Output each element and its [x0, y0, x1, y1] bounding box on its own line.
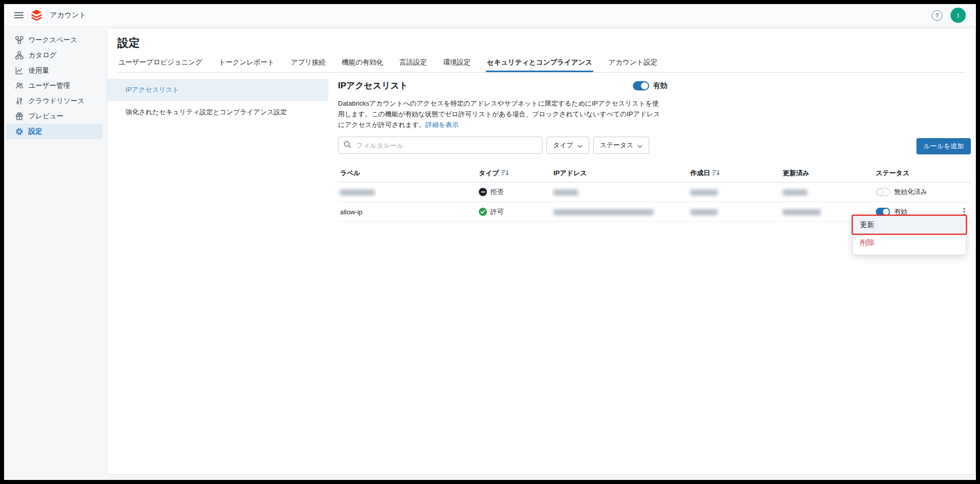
tab-security-and-compliance[interactable]: セキュリティとコンプライアンス [486, 58, 593, 72]
help-icon[interactable]: ? [932, 10, 942, 21]
ip-rules-table: ラベル タイプ IPアドレス 作成日 更新済み ステータス [338, 165, 971, 222]
panel-description: Databricksアカウントへのアクセスを特定のアドレスやサブネットに限定する… [338, 98, 663, 130]
sidebar-item-label: ワークスペース [28, 36, 77, 45]
table-row-deny-rule: ██████████ 拒否 ███████ ████████ ███████ 無… [338, 182, 971, 202]
tab-language-settings[interactable]: 言語設定 [399, 58, 428, 72]
header-updated[interactable]: 更新済み [783, 169, 876, 178]
table-header-row: ラベル タイプ IPアドレス 作成日 更新済み ステータス [338, 165, 971, 182]
redacted-updated-cell: ███████ [783, 189, 807, 196]
sidebar-item-label: カタログ [28, 51, 56, 60]
deny-icon [479, 188, 487, 196]
enabled-toggle-label: 有効 [653, 81, 667, 90]
type-value: 拒否 [491, 187, 504, 197]
filter-search-box[interactable] [338, 137, 542, 154]
user-avatar[interactable]: I [951, 8, 966, 23]
cloud-resources-icon [15, 97, 23, 105]
gift-icon [15, 112, 23, 120]
menu-item-update[interactable]: 更新 [853, 216, 966, 234]
nav-item-ip-access-list[interactable]: IPアクセスリスト [107, 79, 328, 101]
tab-token-report[interactable]: トークンレポート [218, 58, 275, 72]
sidebar-item-catalog[interactable]: カタログ [6, 48, 103, 63]
tab-feature-enablement[interactable]: 機能の有効化 [341, 58, 384, 72]
sidebar-item-usage[interactable]: 使用量 [6, 63, 103, 78]
screenshot-frame: アカウント ? I ワークスペース カタログ [0, 0, 980, 484]
sidebar-item-settings[interactable]: 設定 [6, 124, 103, 139]
page-title: 設定 [117, 36, 965, 51]
redacted-ip-cell: █████████████████████████████ [554, 209, 654, 215]
status-label: 無効化済み [894, 187, 927, 197]
ip-access-list-enabled-toggle[interactable] [633, 81, 649, 90]
sort-icon [713, 170, 720, 177]
rule-status-toggle[interactable] [876, 208, 890, 216]
type-value: 許可 [491, 207, 504, 216]
ip-access-list-panel: IPアクセスリスト 有効 Databricksアカウントへのアクセスを特定のアド… [328, 73, 976, 466]
usage-chart-icon [15, 67, 23, 75]
app-window: アカウント ? I ワークスペース カタログ [4, 4, 976, 480]
sidebar-item-label: ユーザー管理 [28, 81, 70, 90]
hamburger-menu-icon[interactable] [14, 12, 23, 19]
sidebar: ワークスペース カタログ 使用量 ユーザー管理 [4, 27, 107, 480]
catalog-icon [15, 51, 23, 59]
panel-title: IPアクセスリスト [338, 80, 408, 91]
details-link[interactable]: 詳細を表示 [425, 121, 458, 128]
status-filter-dropdown[interactable]: ステータス [593, 137, 649, 154]
tab-user-provisioning[interactable]: ユーザープロビジョニング [117, 58, 203, 72]
workspaces-icon [15, 36, 23, 44]
redacted-ip-cell: ███████ [554, 189, 578, 196]
redacted-created-cell: ████████ [690, 189, 718, 196]
topbar: アカウント ? I [4, 4, 976, 27]
header-ip[interactable]: IPアドレス [554, 169, 690, 178]
sidebar-item-label: クラウドリソース [28, 96, 84, 106]
tab-account-settings[interactable]: アカウント設定 [607, 58, 658, 72]
databricks-logo-icon [30, 9, 43, 21]
header-type[interactable]: タイプ [479, 169, 554, 178]
allow-icon [479, 208, 487, 216]
menu-item-delete[interactable]: 削除 [853, 234, 966, 251]
add-rule-button[interactable]: ルールを追加 [916, 138, 971, 154]
row-actions-menu: 更新 削除 [852, 215, 966, 255]
rule-label: allow-ip [338, 208, 479, 216]
settings-page-card: 設定 ユーザープロビジョニング トークンレポート アプリ接続 機能の有効化 言語… [107, 28, 976, 475]
redacted-updated-cell: ███████████ [783, 209, 821, 215]
header-label[interactable]: ラベル [338, 169, 479, 178]
sidebar-item-user-management[interactable]: ユーザー管理 [6, 78, 103, 93]
security-settings-nav: IPアクセスリスト 強化されたセキュリティ設定とコンプライアンス設定 [107, 73, 328, 466]
chevron-down-icon [637, 142, 642, 149]
type-filter-dropdown[interactable]: タイプ [546, 137, 589, 154]
chevron-down-icon [577, 142, 583, 149]
settings-tabs: ユーザープロビジョニング トークンレポート アプリ接続 機能の有効化 言語設定 … [117, 58, 965, 73]
filter-row: タイプ ステータス ルールを追加 [338, 137, 971, 154]
tab-environment-settings[interactable]: 環境設定 [442, 58, 472, 72]
redacted-created-cell: ████████ [690, 209, 718, 215]
sidebar-item-previews[interactable]: プレビュー [6, 109, 103, 124]
redacted-label-cell: ██████████ [340, 189, 375, 196]
header-status[interactable]: ステータス [876, 169, 951, 178]
app-title: アカウント [50, 11, 86, 20]
sidebar-item-workspaces[interactable]: ワークスペース [6, 33, 103, 48]
filter-rules-input[interactable] [355, 141, 537, 150]
sidebar-item-label: 設定 [28, 127, 42, 136]
sidebar-item-label: プレビュー [28, 112, 64, 121]
tab-app-connections[interactable]: アプリ接続 [290, 58, 326, 72]
sort-icon [502, 170, 509, 177]
users-icon [15, 82, 23, 90]
header-created[interactable]: 作成日 [690, 169, 783, 178]
sidebar-item-label: 使用量 [28, 66, 49, 75]
gear-icon [15, 127, 23, 136]
nav-item-enhanced-security[interactable]: 強化されたセキュリティ設定とコンプライアンス設定 [107, 101, 328, 123]
sidebar-item-cloud-resources[interactable]: クラウドリソース [6, 93, 103, 109]
search-icon [344, 141, 351, 150]
rule-status-toggle[interactable] [876, 188, 890, 196]
